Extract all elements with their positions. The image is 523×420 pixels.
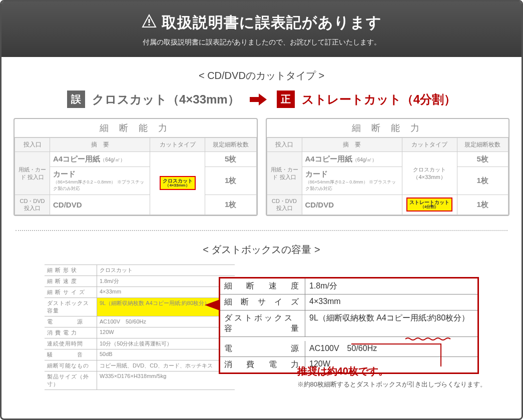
r3-count: 1枚 <box>205 195 257 215</box>
spec-row: 細 断 速 度1.8m/分 <box>45 276 235 287</box>
spec-value: コピー用紙、DVD、CD、カード、ホッチキス <box>97 360 235 371</box>
spec-row: 細 断 サ イ ズ4×33mm <box>45 287 235 298</box>
spec-row: 製品サイズ（外寸）W335×D176×H318mm/5kg <box>45 372 235 390</box>
zoom-label: 消 費 電 力 <box>220 357 305 372</box>
section1-title: < CD/DVDのカットタイプ > <box>2 69 521 82</box>
col-count: 規定細断枚数 <box>205 138 257 152</box>
zoom-value: 1.8m/分 <box>305 278 477 294</box>
correction-row: 誤 クロスカット（4×33mm） 正 ストレートカット（4分割） <box>2 90 521 108</box>
highlight-right: ストレートカット（4分割） <box>406 198 452 212</box>
spec-table-right: 細 断 能 力 投入口 摘 要 カットタイプ 規定細断枚数 用紙・カード 投入口… <box>266 118 510 216</box>
svg-rect-1 <box>148 24 150 26</box>
recommendation: 推奨は約40枚です。 ※約80枚細断するとダストボックスが引き出しづらくなります… <box>297 364 486 389</box>
spec-value: W335×D176×H318mm/5kg <box>97 372 235 390</box>
zoom-value: 9L（細断収納枚数 A4コピー用紙:約80枚分） <box>305 310 477 336</box>
squiggle-underline <box>220 337 477 341</box>
callout-pointer-icon <box>205 300 220 312</box>
r2-desc: カード（86×54mm厚さ0.2～0.8mm） ※プラスチック製のみ対応 <box>50 167 150 195</box>
port-cddvd: CD・DVD 投入口 <box>15 195 50 215</box>
arrow-icon <box>250 94 267 106</box>
r2-desc: カード（86×54mm厚さ0.2～0.8mm） ※プラスチック製のみ対応 <box>302 167 402 195</box>
right-text: ストレートカット（4分割） <box>302 92 456 108</box>
tables-row: 細 断 能 力 投入口 摘 要 カットタイプ 規定細断枚数 用紙・カード 投入口… <box>2 118 521 216</box>
section-dustbox: < ダストボックスの容量 > 細 断 形 状クロスカット細 断 速 度1.8m/… <box>2 243 521 404</box>
spec-row: 電 源AC100V 50/60Hz <box>45 316 235 328</box>
table-title: 細 断 能 力 <box>267 119 509 138</box>
spec-label: 細断可能なもの <box>45 360 97 371</box>
r3-desc: CD/DVD <box>50 195 150 215</box>
spec-label: 騒 音 <box>45 350 97 360</box>
header: 取扱説明書に誤表記があります 付属の取扱説明書に誤表記がありましたので、お詫びし… <box>2 2 521 57</box>
spec-label: 連続使用時間 <box>45 338 97 349</box>
table-title: 細 断 能 力 <box>15 119 257 138</box>
spec-value: AC100V 50/60Hz <box>97 316 235 327</box>
divider <box>16 230 507 231</box>
wrong-tag: 誤 <box>67 90 85 108</box>
notice-page: 取扱説明書に誤表記があります 付属の取扱説明書に誤表記がありましたので、お詫びし… <box>0 0 523 420</box>
col-cuttype: カットタイプ <box>150 138 205 152</box>
r1-desc: A4コピー用紙（64g/㎡） <box>302 152 402 167</box>
r3-desc: CD/DVD <box>302 195 402 215</box>
section-cuttype: < CD/DVDのカットタイプ > 誤 クロスカット（4×33mm） 正 ストレ… <box>2 69 521 216</box>
spec-label: ダストボックス容量 <box>45 298 97 316</box>
spec-row: 細断可能なものコピー用紙、DVD、CD、カード、ホッチキス <box>45 360 235 372</box>
spec-row: 騒 音50dB <box>45 350 235 360</box>
warning-icon <box>142 14 157 32</box>
page-title: 取扱説明書に誤表記があります <box>142 12 382 33</box>
dust-area: 細 断 形 状クロスカット細 断 速 度1.8m/分細 断 サ イ ズ4×33m… <box>2 264 521 404</box>
spec-label: 細 断 形 状 <box>45 265 97 276</box>
col-cuttype: カットタイプ <box>402 138 457 152</box>
zoom-box: 細 断 速 度1.8m/分細断サイズ4×33mmダストボックス容量9L（細断収納… <box>219 277 479 374</box>
port-paper: 用紙・カード 投入口 <box>267 152 302 195</box>
section2-title: < ダストボックスの容量 > <box>2 243 521 256</box>
recommend-text: 推奨は約40枚です。 <box>297 364 486 378</box>
zoom-row: 細 断 速 度1.8m/分 <box>220 278 477 294</box>
cuttype-cell-wrong: クロスカット（4×33mm） <box>150 152 205 215</box>
zoom-label: 細 断 速 度 <box>220 278 305 294</box>
r1-count: 5枚 <box>205 152 257 167</box>
spec-label: 電 源 <box>45 316 97 327</box>
r1-desc: A4コピー用紙（64g/㎡） <box>50 152 150 167</box>
wrong-text: クロスカット（4×33mm） <box>92 92 240 108</box>
spec-value: 50dB <box>97 350 235 360</box>
col-desc: 摘 要 <box>302 138 402 152</box>
spec-label: 製品サイズ（外寸） <box>45 372 97 390</box>
zoom-row: 細断サイズ4×33mm <box>220 294 477 310</box>
spec-value: クロスカット <box>97 265 235 276</box>
svg-rect-0 <box>148 19 150 23</box>
spec-value: 10分（50分休止後再運転可） <box>97 338 235 349</box>
connector-line <box>440 344 441 366</box>
col-count: 規定細断枚数 <box>457 138 508 152</box>
col-desc: 摘 要 <box>50 138 150 152</box>
zoom-label: 電 源 <box>220 341 305 356</box>
zoom-row: ダストボックス容量9L（細断収納枚数 A4コピー用紙:約80枚分） <box>220 310 477 337</box>
zoom-value: 4×33mm <box>305 294 477 310</box>
cuttype-normal: クロスカット （4×33mm） <box>402 152 457 195</box>
spec-value: 1.8m/分 <box>97 276 235 286</box>
recommend-note: ※約80枚細断するとダストボックスが引き出しづらくなります。 <box>297 380 486 389</box>
spec-row: 消 費 電 力120W <box>45 328 235 338</box>
r2-count: 1枚 <box>457 167 508 195</box>
r3-count: 1枚 <box>457 195 508 215</box>
port-cddvd: CD・DVD 投入口 <box>267 195 302 215</box>
title-text: 取扱説明書に誤表記があります <box>162 12 382 33</box>
spec-label: 細 断 速 度 <box>45 276 97 286</box>
spec-value: 4×33mm <box>97 287 235 298</box>
spec-label: 消 費 電 力 <box>45 328 97 338</box>
col-port: 投入口 <box>15 138 50 152</box>
spec-value: 120W <box>97 328 235 338</box>
subtitle: 付属の取扱説明書に誤表記がありましたので、お詫びして訂正いたします。 <box>2 38 521 47</box>
zoom-label: ダストボックス容量 <box>220 310 305 336</box>
col-port: 投入口 <box>267 138 302 152</box>
r2-count: 1枚 <box>205 167 257 195</box>
spec-row: 細 断 形 状クロスカット <box>45 265 235 276</box>
spec-row: 連続使用時間10分（50分休止後再運転可） <box>45 338 235 350</box>
r1-count: 5枚 <box>457 152 508 167</box>
zoom-label: 細断サイズ <box>220 294 305 310</box>
spec-list: 細 断 形 状クロスカット細 断 速 度1.8m/分細 断 サ イ ズ4×33m… <box>45 264 235 390</box>
port-paper: 用紙・カード 投入口 <box>15 152 50 195</box>
spec-table-wrong: 細 断 能 力 投入口 摘 要 カットタイプ 規定細断枚数 用紙・カード 投入口… <box>14 118 258 216</box>
cuttype-cell-right: ストレートカット（4分割） <box>402 195 457 215</box>
spec-label: 細 断 サ イ ズ <box>45 287 97 298</box>
highlight-wrong: クロスカット（4×33mm） <box>160 176 196 190</box>
